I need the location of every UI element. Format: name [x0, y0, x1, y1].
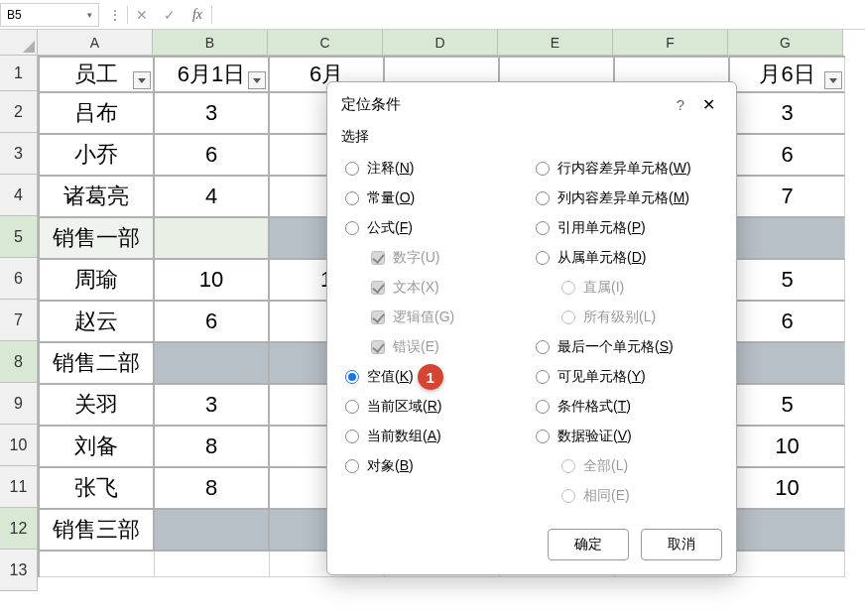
- cell[interactable]: 10: [730, 468, 845, 510]
- select-all-corner[interactable]: [0, 30, 38, 56]
- cell[interactable]: 关羽: [40, 385, 155, 427]
- chevron-down-icon[interactable]: ▾: [87, 10, 92, 20]
- option-radio[interactable]: 引用单元格(P): [532, 213, 722, 243]
- row-header[interactable]: 4: [0, 175, 38, 216]
- row-header[interactable]: 12: [0, 508, 38, 550]
- option-radio[interactable]: 当前数组(A): [341, 422, 532, 451]
- row-header[interactable]: 5: [0, 216, 38, 258]
- cell[interactable]: 员工: [40, 58, 155, 93]
- cell[interactable]: 6月1日: [155, 58, 270, 93]
- row-header[interactable]: 10: [0, 425, 38, 466]
- cell[interactable]: [155, 552, 270, 577]
- cell[interactable]: [730, 218, 845, 260]
- cell[interactable]: 刘备: [40, 427, 155, 468]
- cell[interactable]: 6: [730, 302, 845, 343]
- cell[interactable]: 7: [730, 177, 845, 218]
- option-radio[interactable]: 从属单元格(D): [532, 243, 722, 273]
- filter-dropdown-icon[interactable]: [248, 71, 266, 89]
- cell[interactable]: 3: [730, 93, 845, 135]
- option-label: 当前数组(A): [367, 428, 441, 445]
- option-radio[interactable]: 当前区域(R): [341, 392, 532, 422]
- column-header[interactable]: D: [383, 30, 498, 56]
- cell[interactable]: 销售一部: [40, 218, 155, 260]
- option-label: 列内容差异单元格(M): [557, 189, 689, 207]
- cell[interactable]: 赵云: [40, 302, 155, 343]
- option-radio[interactable]: 最后一个单元格(S): [532, 332, 722, 362]
- cell[interactable]: 10: [730, 427, 845, 468]
- cell[interactable]: 4: [155, 177, 270, 218]
- cell[interactable]: 6: [730, 135, 845, 177]
- option-label: 可见单元格(Y): [557, 368, 646, 386]
- cell[interactable]: 8: [155, 427, 270, 468]
- cell[interactable]: 3: [155, 93, 270, 135]
- cell[interactable]: 10: [155, 260, 270, 302]
- option-radio[interactable]: 可见单元格(Y): [532, 362, 722, 392]
- help-button[interactable]: ?: [667, 96, 694, 113]
- column-header[interactable]: F: [613, 30, 728, 56]
- cancel-button[interactable]: 取消: [641, 529, 722, 560]
- filter-dropdown-icon[interactable]: [824, 71, 842, 89]
- option-checkbox[interactable]: 错误(E): [341, 332, 532, 362]
- option-radio[interactable]: 行内容差异单元格(W): [532, 154, 722, 184]
- cell[interactable]: [155, 218, 270, 260]
- cell[interactable]: [730, 552, 845, 577]
- cell[interactable]: 小乔: [40, 135, 155, 177]
- cell[interactable]: [155, 510, 270, 552]
- radio-icon: [561, 310, 575, 324]
- filter-dropdown-icon[interactable]: [133, 71, 151, 89]
- option-radio[interactable]: 公式(F): [341, 213, 532, 243]
- row-header[interactable]: 7: [0, 300, 38, 341]
- cell[interactable]: [730, 510, 845, 552]
- row-header[interactable]: 11: [0, 466, 38, 508]
- options-right-column: 行内容差异单元格(W)列内容差异单元格(M)引用单元格(P)从属单元格(D)直属…: [532, 154, 722, 511]
- cell[interactable]: [730, 343, 845, 385]
- cell[interactable]: 6: [155, 135, 270, 177]
- cell[interactable]: 销售二部: [40, 343, 155, 385]
- option-checkbox[interactable]: 数字(U): [341, 243, 532, 273]
- option-radio[interactable]: 数据验证(V): [532, 422, 722, 451]
- row-header[interactable]: 9: [0, 383, 38, 425]
- option-radio[interactable]: 对象(B): [341, 451, 532, 481]
- option-checkbox[interactable]: 文本(X): [341, 273, 532, 303]
- row-header[interactable]: 6: [0, 258, 38, 300]
- cell[interactable]: 张飞: [40, 468, 155, 510]
- option-radio: 所有级别(L): [532, 303, 722, 332]
- option-radio[interactable]: 空值(K)1: [341, 362, 532, 392]
- cell[interactable]: 吕布: [40, 93, 155, 135]
- cell[interactable]: 诸葛亮: [40, 177, 155, 218]
- option-radio[interactable]: 常量(O): [341, 184, 532, 213]
- option-radio[interactable]: 列内容差异单元格(M): [532, 184, 722, 213]
- cell[interactable]: 销售三部: [40, 510, 155, 552]
- column-header[interactable]: E: [498, 30, 613, 56]
- column-header[interactable]: B: [153, 30, 268, 56]
- radio-icon: [345, 459, 359, 473]
- radio-icon: [561, 459, 575, 473]
- fx-button[interactable]: fx: [184, 3, 211, 27]
- formula-input[interactable]: [212, 3, 865, 27]
- cell[interactable]: 5: [730, 385, 845, 427]
- row-header[interactable]: 2: [0, 91, 38, 133]
- close-button[interactable]: ✕: [694, 95, 722, 114]
- row-header[interactable]: 3: [0, 133, 38, 175]
- radio-icon: [345, 430, 359, 443]
- ok-button[interactable]: 确定: [548, 529, 629, 560]
- cell[interactable]: [155, 343, 270, 385]
- cell[interactable]: 5: [730, 260, 845, 302]
- cell[interactable]: 月6日: [730, 58, 845, 93]
- column-header[interactable]: G: [728, 30, 843, 56]
- option-radio[interactable]: 注释(N): [341, 154, 532, 184]
- cell[interactable]: 8: [155, 468, 270, 510]
- cell[interactable]: [40, 552, 155, 577]
- row-header[interactable]: 8: [0, 341, 38, 383]
- cell[interactable]: 周瑜: [40, 260, 155, 302]
- option-radio[interactable]: 条件格式(T): [532, 392, 722, 422]
- radio-icon: [561, 281, 575, 295]
- row-header[interactable]: 1: [0, 56, 38, 91]
- option-checkbox[interactable]: 逻辑值(G): [341, 303, 532, 332]
- name-box[interactable]: B5 ▾: [0, 3, 99, 27]
- cell[interactable]: 6: [155, 302, 270, 343]
- column-header[interactable]: C: [268, 30, 383, 56]
- column-header[interactable]: A: [38, 30, 153, 56]
- cell[interactable]: 3: [155, 385, 270, 427]
- row-header[interactable]: 13: [0, 550, 38, 591]
